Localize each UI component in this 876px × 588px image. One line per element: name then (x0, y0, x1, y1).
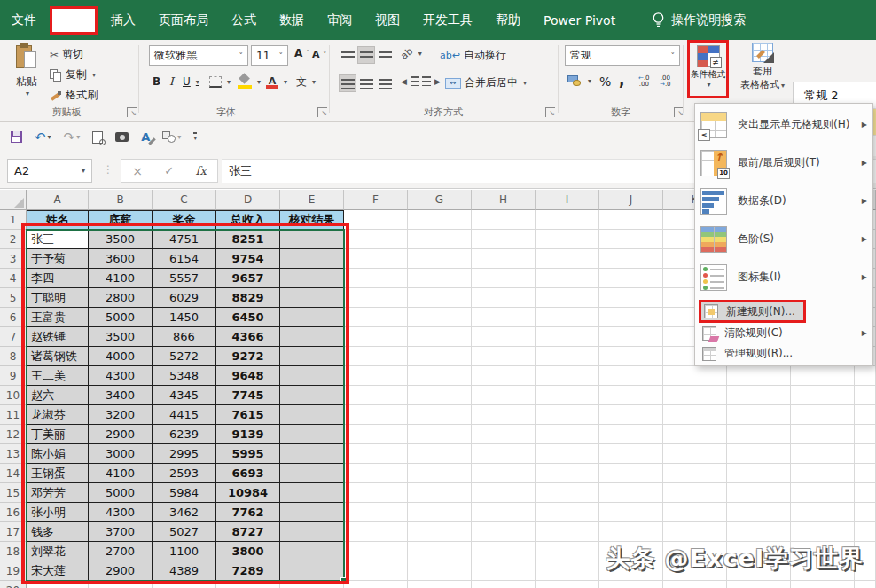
cell-J3[interactable] (599, 249, 663, 269)
cell-M15[interactable] (791, 483, 855, 503)
cell-K13[interactable] (663, 444, 727, 464)
tab-page-layout[interactable]: 页面布局 (147, 8, 220, 33)
cell-I17[interactable] (536, 522, 599, 542)
row-header-4[interactable]: 4 (0, 269, 27, 288)
align-left-button[interactable] (339, 74, 356, 92)
row-header-18[interactable]: 18 (0, 542, 27, 561)
cell-L20[interactable] (727, 581, 791, 588)
cell-D16[interactable]: 7762 (216, 503, 280, 522)
cell-H18[interactable] (472, 542, 536, 561)
cell-F14[interactable] (344, 464, 408, 483)
clipboard-dialog-launcher[interactable]: ↘ (127, 107, 137, 117)
row-header-13[interactable]: 13 (0, 444, 27, 464)
font-name-select[interactable]: 微软雅黑˅ (149, 45, 248, 66)
format-as-table-button[interactable]: 套用 表格格式▾ (734, 43, 791, 98)
tab-review[interactable]: 审阅 (316, 8, 364, 33)
camera-button[interactable] (115, 132, 129, 142)
cell-G19[interactable] (408, 561, 472, 581)
cell-J2[interactable] (599, 230, 663, 249)
cell-G8[interactable] (408, 347, 472, 366)
cell-F11[interactable] (344, 405, 408, 425)
cell-H8[interactable] (472, 347, 536, 366)
cell-F13[interactable] (344, 444, 408, 464)
cell-G20[interactable] (408, 581, 472, 588)
cell-A11[interactable]: 龙淑芬 (27, 405, 89, 425)
cell-C15[interactable]: 5984 (153, 483, 216, 503)
fill-color-button[interactable]: ▾ (238, 74, 261, 89)
cell-G1[interactable] (408, 210, 472, 230)
select-all-corner[interactable] (0, 190, 27, 210)
cell-B13[interactable]: 3000 (89, 444, 153, 464)
cell-E6[interactable] (280, 308, 344, 327)
italic-button[interactable]: I (169, 75, 174, 88)
cell-M9[interactable] (791, 366, 855, 386)
cell-B7[interactable]: 3500 (89, 327, 153, 347)
cell-K15[interactable] (663, 483, 727, 503)
cell-F16[interactable] (344, 503, 408, 522)
cell-I3[interactable] (536, 249, 599, 269)
cell-H6[interactable] (472, 308, 536, 327)
cell-A9[interactable]: 王二美 (27, 366, 89, 386)
cell-J11[interactable] (599, 405, 663, 425)
cell-F2[interactable] (344, 230, 408, 249)
cell-I4[interactable] (536, 269, 599, 288)
orientation-button[interactable]: ab▾ (401, 48, 422, 59)
cell-M16[interactable] (791, 503, 855, 522)
cell-K11[interactable] (663, 405, 727, 425)
column-header-F[interactable]: F (344, 190, 408, 210)
cell-C18[interactable]: 1100 (153, 542, 216, 561)
cell-E15[interactable] (280, 483, 344, 503)
cell-B11[interactable]: 3200 (89, 405, 153, 425)
row-header-12[interactable]: 12 (0, 425, 27, 444)
row-header-15[interactable]: 15 (0, 483, 27, 503)
cell-A20[interactable] (27, 581, 89, 588)
cell-D4[interactable]: 9657 (216, 269, 280, 288)
column-header-B[interactable]: B (89, 190, 153, 210)
cell-N14[interactable] (855, 464, 876, 483)
tab-file[interactable]: 文件 (0, 8, 48, 33)
cell-D12[interactable]: 9139 (216, 425, 280, 444)
cell-J17[interactable] (599, 522, 663, 542)
cell-E17[interactable] (280, 522, 344, 542)
cell-G18[interactable] (408, 542, 472, 561)
cell-D6[interactable]: 6450 (216, 308, 280, 327)
cell-C16[interactable]: 3462 (153, 503, 216, 522)
merge-center-button[interactable]: ↔合并后居中▾ (445, 75, 527, 90)
cell-N15[interactable] (855, 483, 876, 503)
cell-A3[interactable]: 于予菊 (27, 249, 89, 269)
cell-B6[interactable]: 5000 (89, 308, 153, 327)
cell-B12[interactable]: 2900 (89, 425, 153, 444)
accounting-format-button[interactable]: ▾ (567, 74, 591, 87)
tab-insert[interactable]: 插入 (99, 8, 147, 33)
menu-item-clear-rules[interactable]: 清除规则(C)▶ (695, 323, 872, 343)
column-header-C[interactable]: C (153, 190, 216, 210)
cell-D1[interactable]: 总收入 (216, 210, 280, 230)
tab-help[interactable]: 帮助 (484, 8, 532, 33)
cell-I8[interactable] (536, 347, 599, 366)
cell-E12[interactable] (280, 425, 344, 444)
cell-D2[interactable]: 8251 (216, 230, 280, 249)
decrease-decimal-button[interactable]: .00→.0 (660, 75, 671, 88)
cell-A15[interactable]: 邓芳芳 (27, 483, 89, 503)
cell-J10[interactable] (599, 386, 663, 405)
enter-button[interactable]: ✓ (164, 164, 174, 177)
cell-A5[interactable]: 丁聪明 (27, 288, 89, 308)
cell-M14[interactable] (791, 464, 855, 483)
align-middle-button[interactable] (357, 46, 375, 64)
cell-J6[interactable] (599, 308, 663, 327)
cell-I2[interactable] (536, 230, 599, 249)
row-header-1[interactable]: 1 (0, 210, 27, 230)
cell-H19[interactable] (472, 561, 536, 581)
alignment-dialog-launcher[interactable]: ↘ (545, 107, 555, 117)
row-header-16[interactable]: 16 (0, 503, 27, 522)
cell-A13[interactable]: 陈小娟 (27, 444, 89, 464)
cell-G2[interactable] (408, 230, 472, 249)
menu-item-color-scales[interactable]: 色阶(S)▶ (695, 220, 872, 258)
cell-B19[interactable]: 2900 (89, 561, 153, 581)
cell-F17[interactable] (344, 522, 408, 542)
cell-F20[interactable] (344, 581, 408, 588)
row-header-20[interactable]: 20 (0, 581, 27, 588)
align-bottom-button[interactable] (376, 46, 394, 64)
shrink-font-button[interactable]: Aˇ (312, 49, 326, 60)
cell-D15[interactable]: 10984 (216, 483, 280, 503)
